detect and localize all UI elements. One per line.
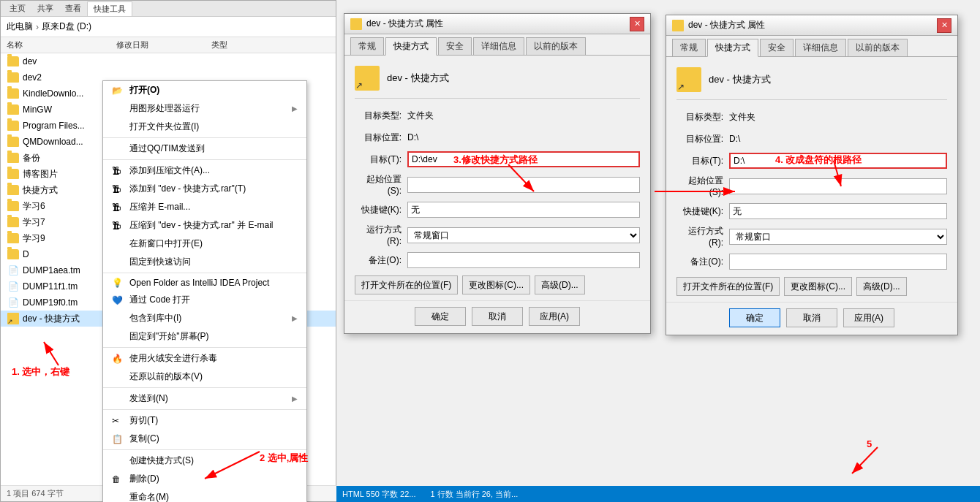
dialog1-tab-shortcut[interactable]: 快捷方式 [385,37,437,56]
run-mode-select[interactable]: 常规窗口 [407,227,640,243]
dialog1-cancel-btn[interactable]: 取消 [472,307,523,326]
ctx-add-rar[interactable]: 🗜 添加到 "dev - 快捷方式.rar"(T) [103,180,306,198]
dialog1-tab-prev[interactable]: 以前的版本 [526,37,586,55]
dialog2: dev - 快捷方式 属性 ✕ 常规 快捷方式 安全 详细信息 以前的版本 de… [666,15,958,335]
change-icon-btn2[interactable]: 更改图标(C)... [784,277,852,296]
ctx-label: 压缩并 E-mail... [129,201,298,213]
form-row-run-mode: 运行方式(R): 常规窗口 [355,224,640,246]
ctx-label: 打开(O) [129,84,298,96]
ribbon-tab-view[interactable]: 查看 [59,1,87,15]
ctx-rename[interactable]: 重命名(M) [103,488,306,502]
ctx-open-location[interactable]: 打开文件夹位置(I) [103,118,306,136]
col-type-header[interactable]: 类型 [211,39,270,50]
ctx-zip-email[interactable]: 🗜 压缩并 E-mail... [103,198,306,216]
ribbon-tab-share[interactable]: 共享 [31,1,59,15]
ctx-library[interactable]: 包含到库中(I) ▶ [103,309,306,327]
dialog1-apply-btn[interactable]: 应用(A) [529,307,580,326]
col-name-header[interactable]: 名称 [7,39,116,50]
dialog2-titlebar: dev - 快捷方式 属性 ✕ [666,15,957,36]
dialog2-tab-prev[interactable]: 以前的版本 [848,39,908,56]
file-item-name: KindleDownlo... [23,88,83,99]
folder-icon [7,248,20,260]
ctx-restore-version[interactable]: 还原以前的版本(V) [103,368,306,386]
ctx-create-shortcut[interactable]: 创建快捷方式(S) [103,452,306,470]
ctx-pin-quick[interactable]: 固定到快速访问 [103,253,306,271]
file-item-name: D [23,249,29,259]
dialog1-ok-btn[interactable]: 确定 [415,307,466,326]
ribbon-tab-tools[interactable]: 快捷工具 [87,1,132,16]
start-input2[interactable] [729,178,947,194]
ctx-open[interactable]: 📂 打开(O) [103,81,306,99]
run-mode-label2: 运行方式(R): [676,225,729,248]
dialog1-tab-security[interactable]: 安全 [438,37,472,55]
shortcut-key-input2[interactable] [729,203,947,219]
open-location-btn2[interactable]: 打开文件所在的位置(F) [676,277,780,296]
ctx-vscode[interactable]: 💙 通过 Code 打开 [103,291,306,309]
shortcut-key-input[interactable] [407,202,640,218]
ctx-add-zip[interactable]: 🗜 添加到压缩文件(A)... [103,161,306,180]
ctx-intellij[interactable]: 💡 Open Folder as IntelliJ IDEA Project [103,275,306,291]
dialog2-ok-btn[interactable]: 确定 [729,308,780,327]
ctx-label: 重命名(M) [129,491,298,502]
dialog2-tab-shortcut[interactable]: 快捷方式 [707,39,758,57]
ctx-delete[interactable]: 🗑 删除(D) [103,470,306,488]
shortcut-icon [7,313,20,324]
ctx-copy[interactable]: 📋 复制(C) [103,430,306,448]
dialog2-title-icon [672,20,684,31]
target-type-label: 目标类型: [355,110,407,122]
advanced-btn2[interactable]: 高级(D)... [856,277,907,296]
folder-icon [7,200,20,212]
file-item-name: 学习9 [23,232,45,245]
ctx-label: Open Folder as IntelliJ IDEA Project [129,278,298,288]
submenu-arrow-icon: ▶ [292,314,298,322]
breadcrumb-this-pc[interactable]: 此电脑 [7,20,33,33]
dialog2-close-btn[interactable]: ✕ [937,18,951,33]
dialog1-action-buttons: 打开文件所在的位置(F) 更改图标(C)... 高级(D)... [355,275,640,294]
target-location-value: D:\ [407,132,418,142]
ctx-label: 剪切(T) [129,414,298,427]
ctx-label: 创建快捷方式(S) [129,455,298,467]
ctx-sep [103,159,306,160]
dialog1-tab-general[interactable]: 常规 [350,37,384,55]
dialog1-close-btn[interactable]: ✕ [630,17,644,31]
dialog2-tab-security[interactable]: 安全 [760,39,794,56]
ctx-label: 用图形处理器运行 [129,102,292,115]
ctx-label: 压缩到 "dev - 快捷方式.rar" 并 E-mail [129,219,298,232]
ctx-qqtim[interactable]: 通过QQ/TIM发送到 [103,140,306,158]
run-mode-select2[interactable]: 常规窗口 [729,229,947,245]
open-location-btn[interactable]: 打开文件所在的位置(F) [355,275,458,294]
target-input2[interactable] [729,153,947,169]
dialog2-tab-details[interactable]: 详细信息 [795,39,846,56]
submenu-arrow-icon: ▶ [292,395,298,403]
ctx-label: 固定到"开始"屏幕(P) [129,330,298,343]
ctx-antivirus[interactable]: 🔥 使用火绒安全进行杀毒 [103,349,306,368]
dialog2-footer: 确定 取消 应用(A) [666,302,957,335]
dialog2-tab-general[interactable]: 常规 [672,39,706,56]
comment-input[interactable] [407,252,640,268]
zip-icon: 🗜 [112,184,125,194]
advanced-btn[interactable]: 高级(D)... [535,275,585,294]
ctx-gpu-run[interactable]: 用图形处理器运行 ▶ [103,99,306,118]
col-date-header[interactable]: 修改日期 [116,39,211,50]
ctx-new-window[interactable]: 在新窗口中打开(E) [103,235,306,253]
copy-icon: 📋 [112,434,125,444]
ctx-zip-rar-email[interactable]: 🗜 压缩到 "dev - 快捷方式.rar" 并 E-mail [103,216,306,235]
ctx-label: 发送到(N) [129,392,292,405]
dialog2-cancel-btn[interactable]: 取消 [786,308,837,327]
dialog1: dev - 快捷方式 属性 ✕ 常规 快捷方式 安全 详细信息 以前的版本 de… [344,13,651,334]
breadcrumb-drive-d[interactable]: 原来D盘 (D:) [42,20,91,33]
ribbon-tab-home[interactable]: 主页 [4,1,31,15]
target-input[interactable] [407,151,640,167]
folder-icon [7,88,20,99]
file-item-dev[interactable]: dev [1,53,336,69]
dialog2-apply-btn[interactable]: 应用(A) [843,308,894,327]
ctx-send-to[interactable]: 发送到(N) ▶ [103,389,306,408]
shortcut-key-label2: 快捷键(K): [676,205,729,218]
start-input[interactable] [407,177,640,193]
dialog1-tab-details[interactable]: 详细信息 [473,37,524,55]
ctx-cut[interactable]: ✂ 剪切(T) [103,411,306,430]
change-icon-btn[interactable]: 更改图标(C)... [462,275,530,294]
ctx-sep [103,273,306,273]
ctx-pin-start[interactable]: 固定到"开始"屏幕(P) [103,327,306,346]
comment-input2[interactable] [729,254,947,270]
